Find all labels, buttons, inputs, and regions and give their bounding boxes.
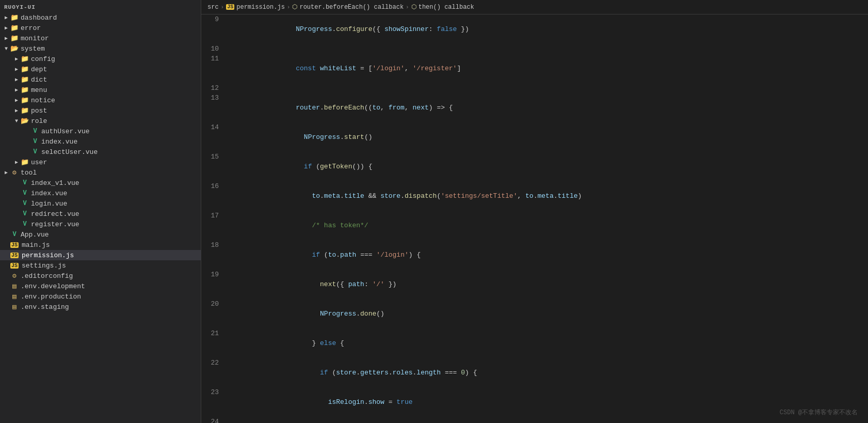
table-row: 19 next({ path: '/' }) (201, 270, 868, 299)
sidebar-item-label: index_v1.vue (31, 179, 79, 187)
env-icon: ▤ (10, 303, 19, 311)
line-gutter (227, 122, 237, 152)
line-content: if (getToken()) { (237, 152, 868, 181)
folder-open-icon: 📂 (10, 44, 19, 53)
line-gutter (227, 211, 237, 240)
config-icon: ⚙ (10, 272, 19, 280)
breadcrumb-cb2: ⬡ (411, 3, 416, 11)
sidebar-item-error[interactable]: ▶ 📁 error (0, 23, 201, 33)
js-icon: JS (10, 251, 19, 259)
vue-icon: V (21, 220, 29, 228)
sidebar-item-label: dict (31, 76, 47, 84)
sidebar-item-editorconfig[interactable]: ⚙ .editorconfig (0, 271, 201, 281)
sidebar-item-selectuser[interactable]: V selectUser.vue (0, 147, 201, 157)
sidebar-item-authuser[interactable]: V authUser.vue (0, 126, 201, 136)
sidebar-item-index-role[interactable]: V index.vue (0, 136, 201, 147)
env-icon: ▤ (10, 292, 19, 301)
line-gutter (227, 417, 237, 423)
line-number: 13 (201, 93, 227, 122)
sidebar-item-menu[interactable]: ▶ 📁 menu (0, 85, 201, 95)
line-number: 20 (201, 299, 227, 328)
breadcrumb-sep3: › (406, 4, 409, 10)
sidebar-item-notice[interactable]: ▶ 📁 notice (0, 95, 201, 105)
line-gutter (227, 181, 237, 211)
env-icon: ▤ (10, 282, 19, 290)
chevron-right-icon: ▶ (12, 107, 21, 114)
code-editor[interactable]: 9 NProgress.configure({ showSpinner: fal… (201, 14, 868, 423)
sidebar-item-register[interactable]: V register.vue (0, 219, 201, 229)
line-content: NProgress.done() (237, 299, 868, 328)
sidebar-item-user[interactable]: ▶ 📁 user (0, 157, 201, 167)
line-number: 19 (201, 270, 227, 299)
line-number: 24 (201, 417, 227, 423)
line-gutter (227, 14, 237, 44)
sidebar-item-env-staging[interactable]: ▤ .env.staging (0, 302, 201, 312)
line-gutter (227, 54, 237, 83)
chevron-right-icon: ▶ (12, 66, 21, 72)
sidebar-item-label: index.vue (31, 190, 67, 197)
sidebar-item-login[interactable]: V login.vue (0, 198, 201, 209)
chevron-right-icon: ▶ (12, 159, 21, 165)
table-row: 9 NProgress.configure({ showSpinner: fal… (201, 14, 868, 44)
table-row: 20 NProgress.done() (201, 299, 868, 328)
sidebar-item-post[interactable]: ▶ 📁 post (0, 105, 201, 116)
sidebar-item-tool[interactable]: ▶ ⚙ tool (0, 167, 201, 178)
sidebar-item-label: system (21, 45, 45, 53)
sidebar-item-dept[interactable]: ▶ 📁 dept (0, 64, 201, 74)
chevron-right-icon: ▶ (2, 14, 10, 21)
line-gutter (227, 152, 237, 181)
sidebar-item-label: authUser.vue (41, 128, 90, 135)
sidebar-item-label: .env.staging (21, 303, 69, 311)
vue-icon: V (31, 127, 39, 135)
line-gutter (227, 240, 237, 270)
line-content: NProgress.configure({ showSpinner: false… (237, 14, 868, 44)
sidebar-item-env-dev[interactable]: ▤ .env.development (0, 281, 201, 291)
sidebar-item-label: redirect.vue (31, 210, 79, 218)
breadcrumb-cb2-label: then() callback (419, 4, 474, 11)
line-content: const whiteList = ['/login', '/register'… (237, 54, 868, 83)
js-icon: JS (10, 261, 19, 270)
table-row: 21 } else { (201, 328, 868, 358)
sidebar-item-config[interactable]: ▶ 📁 config (0, 54, 201, 64)
folder-icon: 📁 (21, 96, 29, 104)
chevron-right-icon: ▶ (12, 56, 21, 62)
table-row: 13 router.beforeEach((to, from, next) =>… (201, 93, 868, 122)
sidebar-item-label: settings.js (22, 262, 66, 270)
line-gutter (227, 83, 237, 93)
line-content: router.beforeEach((to, from, next) => { (237, 93, 868, 122)
line-gutter (227, 358, 237, 387)
sidebar-item-dashboard[interactable]: ▶ 📁 dashboard (0, 12, 201, 23)
sidebar-item-system[interactable]: ▼ 📂 system (0, 43, 201, 54)
breadcrumb-file: permission.js (236, 4, 285, 11)
sidebar-item-dict[interactable]: ▶ 📁 dict (0, 74, 201, 85)
sidebar-item-redirect[interactable]: V redirect.vue (0, 209, 201, 219)
sidebar-item-permission[interactable]: JS permission.js (0, 250, 201, 260)
sidebar-item-env-prod[interactable]: ▤ .env.production (0, 291, 201, 302)
watermark: CSDN @不拿博客专家不改名 (780, 408, 858, 417)
vue-icon: V (21, 210, 29, 218)
line-gutter (227, 93, 237, 122)
sidebar-item-label: dashboard (21, 14, 57, 22)
folder-icon: 📁 (21, 55, 29, 63)
table-row: 17 /* has token*/ (201, 211, 868, 240)
line-gutter (227, 328, 237, 358)
sidebar-item-role[interactable]: ▼ 📂 role (0, 116, 201, 126)
sidebar-item-label: role (31, 117, 47, 125)
table-row: 23 isRelogin.show = true (201, 387, 868, 417)
sidebar-item-indexv1[interactable]: V index_v1.vue (0, 178, 201, 188)
sidebar-item-app[interactable]: V App.vue (0, 229, 201, 240)
sidebar-item-settings[interactable]: JS settings.js (0, 260, 201, 271)
sidebar-item-monitor[interactable]: ▶ 📁 monitor (0, 33, 201, 43)
line-gutter (227, 387, 237, 417)
table-row: 16 to.meta.title && store.dispatch('sett… (201, 181, 868, 211)
sidebar-item-main[interactable]: JS main.js (0, 240, 201, 250)
sidebar-item-label: login.vue (31, 200, 67, 208)
line-content: isRelogin.show = true (237, 387, 868, 417)
vue-icon: V (21, 179, 29, 187)
code-table: 9 NProgress.configure({ showSpinner: fal… (201, 14, 868, 423)
line-content: // 判断当前用户是否已拉取完user_info信息 (237, 417, 868, 423)
line-number: 23 (201, 387, 227, 417)
chevron-down-icon: ▼ (12, 118, 21, 124)
breadcrumb-sep2: › (287, 4, 291, 10)
sidebar-item-index-tool[interactable]: V index.vue (0, 188, 201, 198)
